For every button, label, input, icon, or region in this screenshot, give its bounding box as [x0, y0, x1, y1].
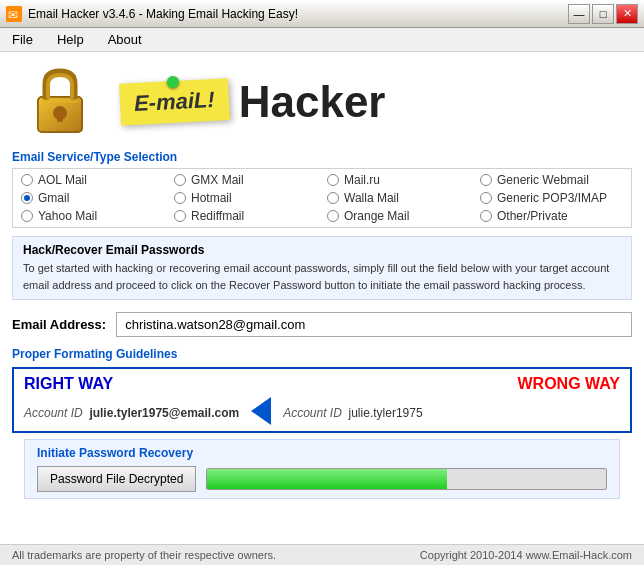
format-label: Proper Formating Guidelines — [12, 347, 632, 361]
email-address-label: Email Address: — [12, 317, 106, 332]
initiate-section: Initiate Password Recovery Password File… — [24, 439, 620, 499]
radio-orange[interactable]: Orange Mail — [327, 209, 470, 223]
email-service-section: Email Service/Type Selection AOL Mail GM… — [0, 150, 644, 236]
radio-generic-web-circle — [480, 174, 492, 186]
email-row: Email Address: — [0, 308, 644, 341]
radio-walla[interactable]: Walla Mail — [327, 191, 470, 205]
minimize-button[interactable]: — — [568, 4, 590, 24]
format-details-row: Account ID julie.tyler1975@email.com Acc… — [24, 397, 620, 425]
hacker-title: Hacker — [239, 77, 386, 127]
wrong-way-heading: WRONG WAY — [517, 375, 620, 393]
header-section: E-maiL! Hacker — [0, 52, 644, 150]
window-controls: — □ ✕ — [568, 4, 638, 24]
arrow-left-icon — [251, 397, 271, 425]
initiate-label: Initiate Password Recovery — [37, 446, 607, 460]
email-service-label: Email Service/Type Selection — [12, 150, 632, 164]
radio-rediff-circle — [174, 210, 186, 222]
radio-gmx-circle — [174, 174, 186, 186]
hack-desc: To get started with hacking or recoverin… — [23, 260, 621, 293]
arrow-divider — [239, 397, 283, 425]
right-account: Account ID julie.tyler1975@email.com — [24, 406, 239, 420]
email-address-input[interactable] — [116, 312, 632, 337]
window-title: Email Hacker v3.4.6 - Making Email Hacki… — [28, 7, 568, 21]
hack-section: Hack/Recover Email Passwords To get star… — [12, 236, 632, 300]
svg-text:✉: ✉ — [8, 8, 18, 22]
initiate-wrapper: Initiate Password Recovery Password File… — [0, 439, 644, 507]
radio-other[interactable]: Other/Private — [480, 209, 623, 223]
app-icon: ✉ — [6, 6, 22, 22]
progress-bar-fill — [207, 469, 446, 489]
hack-section-wrapper: Hack/Recover Email Passwords To get star… — [0, 236, 644, 308]
menu-about[interactable]: About — [104, 32, 146, 47]
radio-mailru[interactable]: Mail.ru — [327, 173, 470, 187]
radio-yahoo-circle — [21, 210, 33, 222]
radio-hotmail-circle — [174, 192, 186, 204]
format-wrapper: Proper Formating Guidelines RIGHT WAY WR… — [12, 347, 632, 433]
progress-bar-container — [206, 468, 607, 490]
wrong-account: Account ID julie.tyler1975 — [283, 406, 422, 420]
radio-aol[interactable]: AOL Mail — [21, 173, 164, 187]
password-file-decrypted-button[interactable]: Password File Decrypted — [37, 466, 196, 492]
format-box: RIGHT WAY WRONG WAY Account ID julie.tyl… — [12, 367, 632, 433]
radio-mailru-circle — [327, 174, 339, 186]
radio-other-circle — [480, 210, 492, 222]
radio-gmail[interactable]: Gmail — [21, 191, 164, 205]
svg-rect-5 — [57, 113, 63, 122]
menu-file[interactable]: File — [8, 32, 37, 47]
radio-walla-circle — [327, 192, 339, 204]
footer-right: Copyright 2010-2014 www.Email-Hack.com — [420, 549, 632, 561]
format-headings-row: RIGHT WAY WRONG WAY — [24, 375, 620, 393]
footer-left: All trademarks are property of their res… — [12, 549, 276, 561]
main-content: E-maiL! Hacker Email Service/Type Select… — [0, 52, 644, 565]
menu-bar: File Help About — [0, 28, 644, 52]
menu-help[interactable]: Help — [53, 32, 88, 47]
radio-hotmail[interactable]: Hotmail — [174, 191, 317, 205]
email-note: E-maiL! — [119, 78, 230, 126]
radio-yahoo[interactable]: Yahoo Mail — [21, 209, 164, 223]
title-bar: ✉ Email Hacker v3.4.6 - Making Email Hac… — [0, 0, 644, 28]
email-service-grid: AOL Mail GMX Mail Mail.ru Generic Webmai… — [12, 168, 632, 228]
right-way-heading: RIGHT WAY — [24, 375, 113, 393]
note-pin — [167, 76, 180, 89]
radio-gmx[interactable]: GMX Mail — [174, 173, 317, 187]
radio-generic-web[interactable]: Generic Webmail — [480, 173, 623, 187]
initiate-row: Password File Decrypted — [37, 466, 607, 492]
radio-orange-circle — [327, 210, 339, 222]
hack-title: Hack/Recover Email Passwords — [23, 243, 621, 257]
close-button[interactable]: ✕ — [616, 4, 638, 24]
radio-rediff[interactable]: Rediffmail — [174, 209, 317, 223]
radio-gmail-circle — [21, 192, 33, 204]
radio-aol-circle — [21, 174, 33, 186]
svg-rect-6 — [42, 99, 78, 103]
maximize-button[interactable]: □ — [592, 4, 614, 24]
radio-generic-pop[interactable]: Generic POP3/IMAP — [480, 191, 623, 205]
lock-icon — [20, 62, 100, 142]
radio-generic-pop-circle — [480, 192, 492, 204]
footer: All trademarks are property of their res… — [0, 544, 644, 565]
